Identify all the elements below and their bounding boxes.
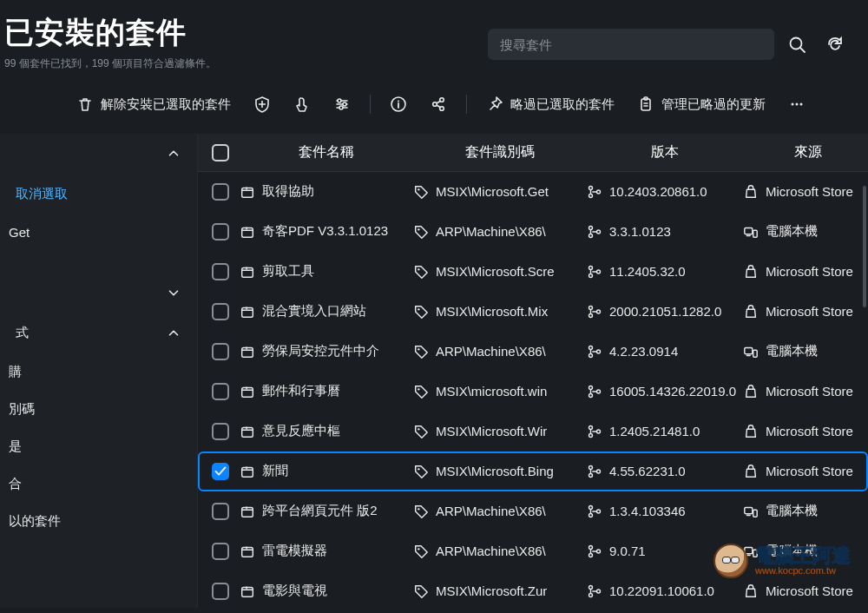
cell-id: MSIX\Microsoft.Wir (436, 424, 547, 438)
branch-icon (587, 464, 602, 479)
cell-id: ARP\Machine\X86\ (436, 544, 546, 558)
branch-icon (587, 384, 602, 399)
check-icon (213, 464, 228, 479)
cell-source: 電腦本機 (766, 503, 818, 519)
cell-name: 郵件和行事曆 (262, 383, 340, 399)
tag-icon (413, 583, 429, 599)
info-button[interactable] (381, 90, 416, 118)
watermark: 電腦王阿達 www.kocpc.com.tw (713, 544, 851, 578)
source-icon (743, 384, 759, 399)
row-checkbox[interactable] (212, 503, 229, 520)
manage-skipped-button[interactable]: 管理已略過的更新 (628, 90, 774, 118)
cell-version: 16005.14326.22019.0 (609, 384, 736, 399)
touch-icon (293, 96, 311, 113)
cell-id: ARP\Machine\X86\ (436, 224, 546, 239)
row-checkbox[interactable] (212, 303, 229, 320)
share-button[interactable] (421, 90, 456, 118)
packages-table: 套件名稱 套件識別碼 版本 來源 取得協助MSIX\Microsoft.Get1… (198, 134, 868, 608)
branch-icon (587, 264, 602, 280)
row-checkbox[interactable] (212, 183, 229, 201)
tag-icon (413, 504, 429, 519)
sidebar-item[interactable]: 是 (0, 428, 197, 465)
cell-name: 奇客PDF V3.3.1.0123 (262, 223, 388, 240)
cell-version: 1.2405.21481.0 (609, 424, 700, 438)
col-version[interactable]: 版本 (587, 143, 743, 161)
select-all-checkbox[interactable] (212, 144, 229, 161)
table-row[interactable]: 勞保局安控元件中介ARP\Machine\X86\4.2.23.0914電腦本機 (198, 332, 868, 372)
cell-id: ARP\Machine\X86\ (436, 344, 546, 359)
sidebar-item[interactable]: 以的套件 (0, 503, 197, 540)
table-row[interactable]: 跨平台網頁元件 版2ARP\Machine\X86\1.3.4.103346電腦… (198, 491, 868, 531)
cell-version: 9.0.71 (609, 544, 646, 558)
chevron-down-icon (166, 285, 181, 300)
refresh-button[interactable] (819, 29, 851, 60)
cell-name: 新聞 (262, 463, 288, 479)
branch-icon (587, 304, 602, 320)
table-header: 套件名稱 套件識別碼 版本 來源 (198, 134, 868, 172)
sidebar-group-collapse-2[interactable] (0, 273, 197, 313)
package-icon (240, 264, 255, 280)
sidebar-item[interactable]: 購 (0, 353, 197, 391)
row-checkbox[interactable] (212, 383, 229, 400)
shield-button[interactable] (245, 90, 279, 118)
table-row[interactable]: 新聞MSIX\Microsoft.Bing4.55.62231.0Microso… (198, 452, 868, 491)
package-icon (240, 504, 255, 519)
row-checkbox[interactable] (212, 223, 229, 241)
cell-version: 3.3.1.0123 (609, 224, 671, 239)
row-checkbox[interactable] (212, 343, 229, 360)
uninstall-selected-button[interactable]: 解除安裝已選取的套件 (68, 90, 240, 118)
table-row[interactable]: 剪取工具MSIX\Microsoft.Scre11.2405.32.0Micro… (198, 252, 868, 292)
cell-id: ARP\Machine\X86\ (436, 504, 546, 518)
tag-icon (413, 184, 429, 200)
cell-name: 電影與電視 (262, 583, 327, 599)
tag-icon (413, 544, 429, 559)
search-button[interactable] (781, 29, 812, 60)
cell-version: 4.2.23.0914 (609, 344, 678, 359)
col-id[interactable]: 套件識別碼 (413, 143, 587, 161)
more-button[interactable] (779, 90, 814, 118)
cell-id: MSIX\microsoft.win (436, 384, 547, 399)
clipboard-icon (637, 96, 654, 113)
row-checkbox[interactable] (212, 583, 229, 600)
table-row[interactable]: 郵件和行事曆MSIX\microsoft.win16005.14326.2201… (198, 372, 868, 412)
cell-source: Microsoft Store (766, 583, 853, 598)
cell-version: 1.3.4.103346 (609, 504, 686, 518)
sidebar-group-style[interactable]: 式 (0, 313, 197, 353)
table-row[interactable]: 混合實境入口網站MSIX\Microsoft.Mix2000.21051.128… (198, 292, 868, 332)
sidebar-group-collapse-1[interactable] (0, 134, 197, 174)
source-icon (743, 464, 759, 479)
package-icon (240, 464, 255, 479)
refresh-icon (826, 36, 844, 53)
branch-icon (587, 583, 602, 599)
source-icon (743, 184, 759, 200)
interactive-button[interactable] (285, 90, 319, 118)
sidebar-group-label: 式 (16, 325, 29, 341)
page-title: 已安裝的套件 (4, 13, 216, 53)
col-source[interactable]: 來源 (743, 143, 868, 161)
tag-icon (413, 304, 429, 320)
skip-selected-button[interactable]: 略過已選取的套件 (477, 90, 623, 118)
col-name[interactable]: 套件名稱 (240, 143, 413, 161)
table-row[interactable]: 取得協助MSIX\Microsoft.Get10.2403.20861.0Mic… (198, 172, 868, 212)
row-checkbox[interactable] (212, 423, 229, 440)
sidebar-item[interactable]: 合 (0, 465, 197, 503)
cell-id: MSIX\Microsoft.Get (436, 184, 549, 199)
source-icon (743, 304, 759, 320)
cell-id: MSIX\Microsoft.Mix (436, 304, 548, 319)
source-icon (743, 224, 759, 240)
row-checkbox[interactable] (212, 463, 229, 480)
search-input[interactable] (488, 29, 774, 60)
table-row[interactable]: 奇客PDF V3.3.1.0123ARP\Machine\X86\3.3.1.0… (198, 212, 868, 252)
scrollbar[interactable] (863, 186, 866, 307)
package-icon (240, 184, 255, 200)
watermark-text: 電腦王阿達 (755, 546, 851, 565)
table-row[interactable]: 意見反應中樞MSIX\Microsoft.Wir1.2405.21481.0Mi… (198, 412, 868, 452)
filters-button[interactable] (325, 90, 359, 118)
sidebar-item[interactable]: 別碼 (0, 391, 197, 428)
sidebar-deselect-link[interactable]: 取消選取 (0, 174, 197, 214)
sidebar-item-get[interactable]: Get (0, 214, 197, 250)
tag-icon (413, 224, 429, 240)
row-checkbox[interactable] (212, 263, 229, 280)
row-checkbox[interactable] (212, 543, 229, 560)
tag-icon (413, 264, 429, 280)
